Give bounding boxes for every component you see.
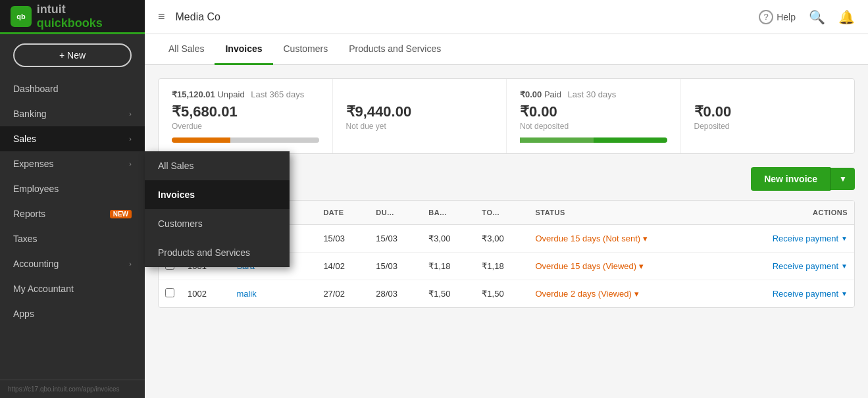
- status-chevron-icon[interactable]: ▾: [634, 289, 639, 299]
- tab-customers[interactable]: Customers: [273, 34, 339, 65]
- unpaid-header-period: Last 365 days: [251, 89, 304, 99]
- not-due-label: Not due yet: [346, 122, 494, 131]
- sidebar-footer: https://c17.qbo.intuit.com/app/invoices: [0, 380, 145, 398]
- invoice-balance: ₹3,00‌: [422, 225, 475, 253]
- help-circle-icon: ?: [759, 10, 773, 24]
- not-deposited-label: Not deposited: [520, 122, 667, 131]
- invoice-due: 28/03: [369, 280, 422, 308]
- stat-card-overdue: ₹15,120.01 Unpaid Last 365 days ₹5,680.0…: [159, 79, 333, 153]
- status-chevron-icon[interactable]: ▾: [643, 234, 648, 243]
- invoice-total: ₹1,50‌: [475, 280, 528, 308]
- sidebar-item-employees[interactable]: Employees: [0, 176, 145, 201]
- sidebar-item-dashboard[interactable]: Dashboard: [0, 76, 145, 101]
- dropdown-item-products-and-services[interactable]: Products and Services: [145, 238, 290, 267]
- not-due-progress-bar: [230, 137, 319, 143]
- invoice-balance: ₹1,50‌: [422, 280, 475, 308]
- invoice-status[interactable]: Overdue 15 days (Viewed) ▾: [528, 253, 719, 280]
- overdue-progress-bar: [172, 137, 230, 143]
- sidebar-item-accounting[interactable]: Accounting ›: [0, 251, 145, 276]
- stat-card-deposited: placeholder ₹0.00 Deposited: [681, 79, 855, 153]
- chevron-right-icon: ›: [129, 135, 132, 143]
- invoice-balance: ₹1,18‌: [422, 253, 475, 280]
- sidebar-item-expenses[interactable]: Expenses ›: [0, 151, 145, 176]
- deposited-bar: [594, 137, 667, 143]
- unpaid-header-amount: ₹15,120.01: [172, 89, 215, 99]
- row-checkbox[interactable]: [165, 288, 174, 297]
- reports-new-badge: NEW: [110, 210, 132, 218]
- invoice-status[interactable]: Overdue 2 days (Viewed) ▾: [528, 280, 719, 308]
- invoice-action[interactable]: Receive payment ▼: [720, 253, 854, 280]
- chevron-right-icon: ›: [129, 160, 132, 168]
- col-header-status: STATUS: [528, 201, 719, 225]
- invoice-total: ₹1,18‌: [475, 253, 528, 280]
- paid-header-label: Paid: [544, 89, 561, 99]
- action-chevron-icon[interactable]: ▼: [841, 262, 848, 270]
- invoice-total: ₹3,00‌: [475, 225, 528, 253]
- tabs-bar: All Sales Invoices Customers Products an…: [145, 34, 868, 65]
- deposited-amount: ₹0.00: [694, 103, 842, 120]
- notification-icon[interactable]: 🔔: [838, 9, 855, 25]
- sidebar-item-reports[interactable]: Reports NEW: [0, 201, 145, 226]
- sales-dropdown-menu: All Sales Invoices Customers Products an…: [145, 151, 290, 267]
- quickbooks-logo-icon: qb: [11, 6, 32, 27]
- company-name: Media Co: [176, 11, 220, 23]
- chevron-right-icon: ›: [129, 110, 132, 118]
- col-header-actions: ACTIONS: [720, 201, 854, 225]
- paid-header-amount: ₹0.00: [520, 89, 542, 99]
- menu-icon[interactable]: ≡: [158, 10, 165, 24]
- stat-card-not-deposited: ₹0.00 Paid Last 30 days ₹0.00 Not deposi…: [507, 79, 681, 153]
- invoice-customer[interactable]: malik: [230, 280, 317, 308]
- logo-text: intuit quickbooks: [37, 3, 134, 30]
- sidebar-item-my-accountant[interactable]: My Accountant: [0, 276, 145, 301]
- sidebar-item-sales[interactable]: Sales ›: [0, 126, 145, 151]
- new-invoice-dropdown-button[interactable]: ▼: [830, 168, 855, 190]
- action-chevron-icon[interactable]: ▼: [841, 235, 848, 242]
- overdue-label: Overdue: [172, 122, 319, 131]
- stat-card-not-due: placeholder ₹9,440.00 Not due yet: [333, 79, 507, 153]
- sidebar-logo: qb intuit quickbooks: [0, 0, 145, 34]
- status-chevron-icon[interactable]: ▾: [639, 261, 644, 271]
- unpaid-header-label: Unpaid: [217, 89, 244, 99]
- col-header-due: DU...: [369, 201, 422, 225]
- deposited-label: Deposited: [694, 122, 842, 131]
- invoice-date: 14/02: [317, 253, 369, 280]
- invoice-action[interactable]: Receive payment ▼: [720, 225, 854, 253]
- new-invoice-button[interactable]: New invoice: [751, 167, 830, 191]
- stats-row: ₹15,120.01 Unpaid Last 365 days ₹5,680.0…: [158, 78, 855, 154]
- col-header-total: TO...: [475, 201, 528, 225]
- invoice-status[interactable]: Overdue 15 days (Not sent) ▾: [528, 225, 719, 253]
- sidebar: qb intuit quickbooks + New Dashboard Ban…: [0, 0, 145, 398]
- svg-text:qb: qb: [16, 12, 26, 20]
- invoice-date: 15/03: [317, 225, 369, 253]
- sidebar-nav: Dashboard Banking › Sales › Expenses › E…: [0, 76, 145, 380]
- tab-all-sales[interactable]: All Sales: [158, 34, 215, 65]
- sidebar-item-banking[interactable]: Banking ›: [0, 101, 145, 126]
- action-chevron-icon[interactable]: ▼: [841, 290, 848, 297]
- overdue-amount: ₹5,680.01: [172, 103, 319, 120]
- col-header-date: DATE: [317, 201, 369, 225]
- sidebar-item-taxes[interactable]: Taxes: [0, 226, 145, 251]
- invoice-due: 15/03: [369, 225, 422, 253]
- row-checkbox-cell: [159, 280, 181, 308]
- not-deposited-amount: ₹0.00: [520, 103, 667, 120]
- invoice-id: 1002: [181, 280, 230, 308]
- dropdown-item-customers[interactable]: Customers: [145, 209, 290, 238]
- chevron-right-icon: ›: [129, 260, 132, 268]
- dropdown-item-all-sales[interactable]: All Sales: [145, 151, 290, 180]
- paid-header-period: Last 30 days: [568, 89, 617, 99]
- dropdown-item-invoices[interactable]: Invoices: [145, 180, 290, 209]
- not-due-amount: ₹9,440.00: [346, 103, 494, 120]
- topbar: ≡ Media Co ? Help 🔍 🔔: [145, 0, 868, 34]
- sidebar-item-apps[interactable]: Apps: [0, 301, 145, 326]
- tab-products-and-services[interactable]: Products and Services: [338, 34, 451, 65]
- new-button[interactable]: + New: [13, 43, 132, 67]
- invoice-due: 15/03: [369, 253, 422, 280]
- table-row: 1002 malik 27/02 28/03 ₹1,50‌ ₹1,50‌ Ove…: [159, 280, 854, 308]
- help-button[interactable]: ? Help: [759, 10, 796, 24]
- search-icon[interactable]: 🔍: [809, 9, 825, 25]
- col-header-balance: BA...: [422, 201, 475, 225]
- not-deposited-bar: [520, 137, 594, 143]
- invoice-date: 27/02: [317, 280, 369, 308]
- invoice-action[interactable]: Receive payment ▼: [720, 280, 854, 308]
- tab-invoices[interactable]: Invoices: [215, 34, 272, 65]
